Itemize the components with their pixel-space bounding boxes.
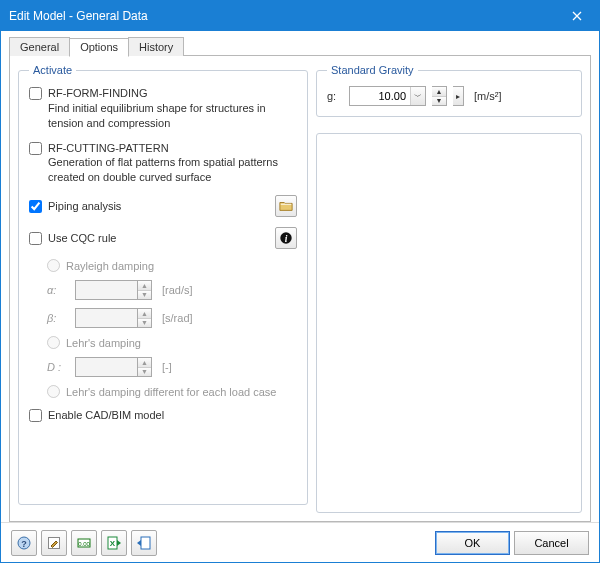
svg-text:0.00: 0.00 [78,540,90,546]
gravity-label: g: [327,90,343,102]
alpha-spinner: ▲▼ [75,280,152,300]
d-input [75,357,137,377]
alpha-spin-buttons: ▲▼ [137,280,152,300]
beta-row: β: ▲▼ [s/rad] [47,308,297,328]
rf-form-finding-checkbox[interactable] [29,87,42,100]
gravity-combo[interactable]: ﹀ [349,86,426,106]
gravity-legend: Standard Gravity [327,64,418,76]
dialog-window: Edit Model - General Data General Option… [0,0,600,563]
titlebar: Edit Model - General Data [1,1,599,31]
svg-rect-9 [141,537,150,549]
cqc-label: Use CQC rule [48,232,269,244]
cad-bim-row: Enable CAD/BIM model [29,408,297,422]
preview-panel [316,133,582,513]
rayleigh-radio-row: Rayleigh damping [47,259,297,272]
footer: ? 0.00 X OK Cancel [1,522,599,562]
gravity-side-arrow[interactable]: ▸ [453,86,464,106]
tab-panel-options: Activate RF-FORM-FINDING Find initial eq… [9,55,591,522]
footer-tool-import[interactable] [131,530,157,556]
piping-label: Piping analysis [48,200,269,212]
cqc-info-button[interactable]: i [275,227,297,249]
footer-tool-export-excel[interactable]: X [101,530,127,556]
lehr-radio [47,336,60,349]
lehr-diff-radio [47,385,60,398]
tab-general[interactable]: General [9,37,70,56]
rf-form-finding-label: RF-FORM-FINDING Find initial equilibrium… [48,86,297,131]
gravity-unit: [m/s²] [474,90,502,102]
d-spinner: ▲▼ [75,357,152,377]
beta-unit: [s/rad] [162,312,193,324]
activate-group: Activate RF-FORM-FINDING Find initial eq… [18,64,308,505]
rf-cutting-pattern-checkbox[interactable] [29,142,42,155]
alpha-label: α: [47,284,69,296]
gravity-group: Standard Gravity g: ﹀ ▲▼ ▸ [m/s²] [316,64,582,117]
lehr-radio-row: Lehr's damping [47,336,297,349]
info-icon: i [279,231,293,245]
help-icon: ? [16,535,32,551]
rf-cutting-pattern-label: RF-CUTTING-PATTERN Generation of flat pa… [48,141,297,186]
folder-icon [279,199,293,213]
import-icon [136,535,152,551]
alpha-row: α: ▲▼ [rad/s] [47,280,297,300]
export-excel-icon: X [106,535,122,551]
cad-bim-label: Enable CAD/BIM model [48,409,164,421]
tab-history[interactable]: History [128,37,184,56]
d-spin-buttons: ▲▼ [137,357,152,377]
tab-strip: General Options History [9,37,591,56]
piping-row: Piping analysis [29,195,297,217]
damping-subgroup: Rayleigh damping α: ▲▼ [rad/s] β: [47,259,297,398]
piping-settings-button[interactable] [275,195,297,217]
svg-text:X: X [110,539,116,548]
footer-tool-units[interactable]: 0.00 [71,530,97,556]
rayleigh-label: Rayleigh damping [66,260,154,272]
alpha-input [75,280,137,300]
cqc-row: Use CQC rule i [29,227,297,249]
gravity-dropdown-arrow[interactable]: ﹀ [410,87,425,105]
gravity-input[interactable] [350,87,410,105]
window-title: Edit Model - General Data [9,9,554,23]
cancel-button[interactable]: Cancel [514,531,589,555]
activate-legend: Activate [29,64,76,76]
beta-input [75,308,137,328]
lehr-diff-label: Lehr's damping different for each load c… [66,386,276,398]
footer-tool-edit[interactable] [41,530,67,556]
tab-options[interactable]: Options [69,38,129,57]
d-label: D : [47,361,69,373]
cqc-checkbox[interactable] [29,232,42,245]
edit-icon [46,535,62,551]
svg-text:i: i [285,233,288,244]
gravity-spin-buttons[interactable]: ▲▼ [432,86,447,106]
svg-text:?: ? [21,538,27,548]
close-button[interactable] [554,1,599,31]
right-column: Standard Gravity g: ﹀ ▲▼ ▸ [m/s²] [316,64,582,513]
lehr-diff-radio-row: Lehr's damping different for each load c… [47,385,297,398]
beta-spin-buttons: ▲▼ [137,308,152,328]
units-icon: 0.00 [76,535,92,551]
rf-form-finding-row: RF-FORM-FINDING Find initial equilibrium… [29,86,297,131]
beta-label: β: [47,312,69,324]
rf-cutting-pattern-row: RF-CUTTING-PATTERN Generation of flat pa… [29,141,297,186]
d-unit: [-] [162,361,172,373]
cad-bim-checkbox[interactable] [29,409,42,422]
beta-spinner: ▲▼ [75,308,152,328]
ok-button[interactable]: OK [435,531,510,555]
content-area: General Options History Activate RF-FORM… [1,31,599,522]
alpha-unit: [rad/s] [162,284,193,296]
lehr-label: Lehr's damping [66,337,141,349]
footer-tool-help[interactable]: ? [11,530,37,556]
d-row: D : ▲▼ [-] [47,357,297,377]
gravity-row: g: ﹀ ▲▼ ▸ [m/s²] [327,86,571,106]
close-icon [572,11,582,21]
left-column: Activate RF-FORM-FINDING Find initial eq… [18,64,308,513]
piping-checkbox[interactable] [29,200,42,213]
rayleigh-radio [47,259,60,272]
